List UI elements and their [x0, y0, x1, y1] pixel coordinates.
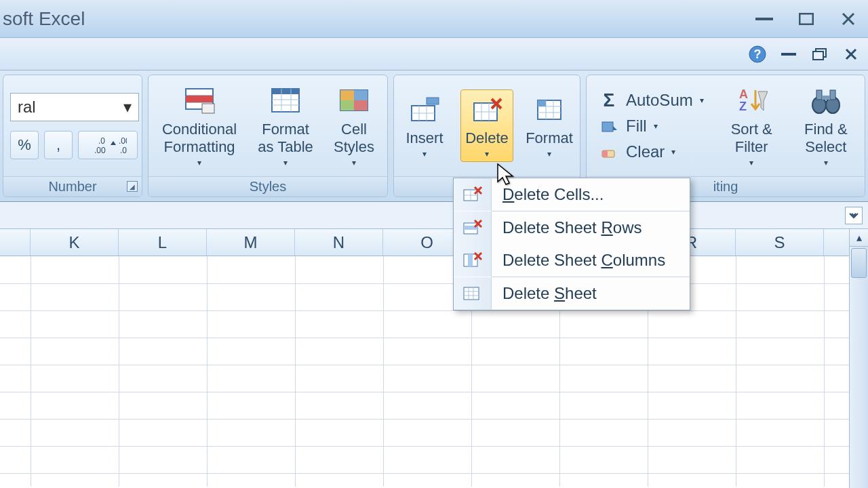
svg-rect-28 [354, 90, 368, 100]
worksheet-grid[interactable]: K L M N O P Q R S ▴ [0, 229, 868, 488]
fill-icon [599, 118, 619, 134]
app-title: soft Excel [0, 8, 85, 30]
format-as-table-button[interactable]: Format as Table ▾ [253, 81, 318, 170]
col-header[interactable]: L [119, 229, 207, 256]
conditional-formatting-icon [181, 84, 218, 118]
svg-rect-30 [354, 100, 368, 110]
ribbon: ral ▾ % , .0.00.00.0 Number ◢ Conditiona… [0, 70, 868, 202]
document-controls-bar: ? [0, 38, 868, 70]
styles-group-label: Styles [149, 176, 387, 197]
binoculars-icon [808, 84, 844, 118]
svg-rect-18 [186, 96, 213, 102]
col-header-partial[interactable] [0, 229, 31, 256]
doc-close-button[interactable] [840, 45, 863, 64]
svg-text:?: ? [754, 47, 762, 61]
formula-expand-button[interactable] [845, 207, 863, 224]
sort-filter-icon: AZ [733, 84, 770, 118]
column-headers: K L M N O P Q R S [0, 229, 868, 256]
col-header[interactable]: S [736, 229, 824, 256]
svg-rect-55 [816, 90, 822, 100]
delete-cells-menuitem[interactable]: Delete Cells... [454, 178, 690, 211]
chevron-down-icon: ▾ [547, 149, 551, 159]
chevron-down-icon: ▾ [700, 96, 704, 105]
chevron-down-icon: ▾ [352, 158, 356, 167]
svg-text:.00: .00 [119, 136, 127, 146]
comma-button[interactable]: , [44, 131, 73, 159]
autosum-button[interactable]: Σ AutoSum ▾ [593, 89, 709, 111]
chevron-down-icon: ▾ [422, 149, 427, 159]
chevron-down-icon: ▾ [654, 121, 658, 131]
svg-text:.00: .00 [94, 146, 106, 155]
format-icon [531, 93, 568, 127]
svg-rect-21 [272, 89, 299, 94]
title-bar: soft Excel [0, 0, 868, 38]
svg-rect-50 [602, 150, 608, 157]
chevron-down-icon: ▾ [485, 149, 489, 159]
delete-cells-icon [454, 178, 492, 211]
scroll-thumb[interactable] [851, 248, 867, 278]
minimize-button[interactable] [751, 9, 777, 28]
svg-text:Z: Z [739, 100, 747, 113]
clear-button[interactable]: Clear ▾ [593, 141, 709, 163]
increase-decimal-button[interactable]: .0.00.00.0 [78, 131, 138, 159]
delete-button[interactable]: Delete ▾ [460, 89, 513, 162]
cell-styles-icon [336, 84, 372, 118]
vertical-scrollbar[interactable]: ▴ [849, 229, 868, 488]
delete-sheet-rows-menuitem[interactable]: Delete Sheet Rows [454, 211, 690, 244]
delete-icon [469, 93, 505, 127]
eraser-icon [599, 144, 619, 160]
chevron-down-icon: ▾ [283, 158, 288, 167]
maximize-button[interactable] [793, 9, 819, 28]
insert-button[interactable]: Insert ▾ [398, 90, 451, 161]
svg-text:.0: .0 [98, 136, 105, 146]
delete-columns-icon [454, 244, 492, 277]
svg-rect-6 [781, 53, 796, 56]
chevron-down-icon: ▾ [197, 158, 201, 167]
delete-sheet-menuitem[interactable]: Delete Sheet [454, 277, 690, 310]
svg-text:.0: .0 [120, 146, 127, 155]
help-icon[interactable]: ? [746, 45, 769, 64]
format-button[interactable]: Format ▾ [523, 90, 576, 161]
svg-rect-48 [602, 122, 613, 131]
svg-rect-1 [800, 14, 813, 24]
svg-rect-0 [755, 18, 773, 20]
number-group-label: Number ◢ [3, 176, 142, 197]
svg-rect-35 [427, 98, 439, 104]
svg-rect-47 [538, 100, 546, 106]
col-header[interactable]: N [295, 229, 383, 256]
styles-group: Conditional Formatting ▾ Format as Table… [148, 75, 388, 197]
editing-stack: Σ AutoSum ▾ Fill ▾ Clear ▾ [593, 89, 709, 163]
format-as-table-icon [267, 84, 304, 118]
insert-icon [406, 93, 443, 127]
percent-button[interactable]: % [10, 131, 39, 159]
chevron-down-icon: ▾ [123, 98, 132, 117]
svg-rect-71 [464, 287, 479, 300]
col-header[interactable]: M [207, 229, 295, 256]
number-dialog-launcher[interactable]: ◢ [127, 181, 138, 192]
sort-filter-button[interactable]: AZ Sort & Filter ▾ [723, 81, 781, 170]
svg-rect-19 [202, 104, 214, 113]
find-select-button[interactable]: Find & Select ▾ [794, 81, 858, 170]
svg-rect-68 [468, 254, 473, 266]
sigma-icon: Σ [599, 92, 619, 108]
col-header[interactable]: K [31, 229, 119, 256]
chevron-down-icon: ▾ [671, 147, 675, 157]
close-button[interactable] [835, 9, 861, 28]
delete-dropdown-menu: Delete Cells... Delete Sheet Rows Delete… [453, 178, 690, 310]
doc-minimize-button[interactable] [777, 45, 800, 64]
cell-area[interactable] [0, 256, 868, 487]
fill-button[interactable]: Fill ▾ [593, 115, 709, 137]
number-format-value: ral [18, 98, 36, 117]
scroll-up-button[interactable]: ▴ [850, 229, 868, 247]
delete-sheet-columns-menuitem[interactable]: Delete Sheet Columns [454, 244, 690, 277]
svg-rect-8 [813, 52, 823, 60]
number-format-combo[interactable]: ral ▾ [10, 93, 139, 121]
svg-text:A: A [739, 87, 748, 101]
chevron-down-icon: ▾ [824, 158, 828, 167]
delete-rows-icon [454, 211, 492, 244]
conditional-formatting-button[interactable]: Conditional Formatting ▾ [155, 81, 243, 170]
chevron-down-icon: ▾ [749, 158, 753, 167]
svg-rect-56 [830, 90, 835, 100]
doc-restore-button[interactable] [808, 45, 831, 64]
cell-styles-button[interactable]: Cell Styles ▾ [328, 81, 380, 170]
